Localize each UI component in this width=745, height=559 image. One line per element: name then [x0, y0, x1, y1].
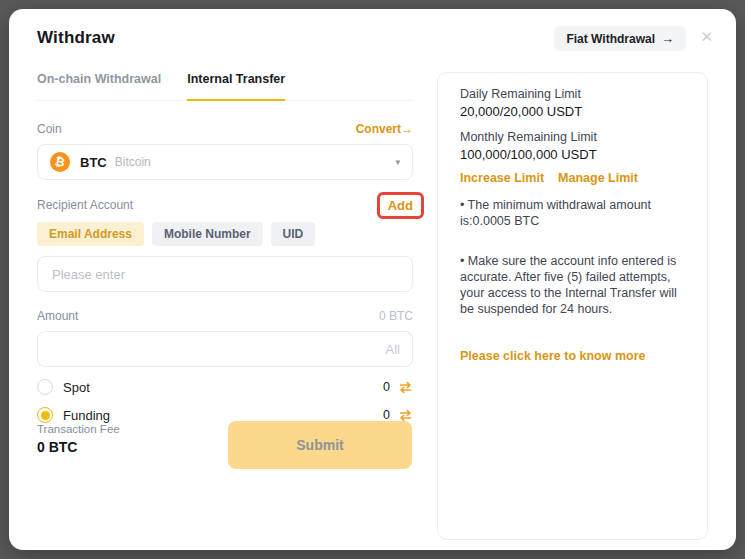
btc-icon: ₿ [50, 152, 70, 172]
daily-limit-value: 20,000/20,000 USDT [460, 104, 685, 120]
monthly-limit-label: Monthly Remaining Limit [460, 129, 685, 145]
add-recipient-link[interactable]: Add [388, 198, 413, 213]
spot-account-row: Spot 0 [37, 379, 413, 395]
daily-limit-label: Daily Remaining Limit [460, 86, 685, 102]
funding-radio[interactable] [37, 407, 53, 423]
recipient-input-wrapper [37, 256, 413, 292]
coin-label: Coin [37, 122, 62, 136]
coin-symbol: BTC [80, 155, 107, 170]
note-minimum-withdrawal: • The minimum withdrawal amount is:0.000… [460, 197, 685, 229]
page-title: Withdraw [37, 28, 115, 48]
convert-link[interactable]: Convert→ [356, 122, 413, 136]
recipient-type-tabs: Email Address Mobile Number UID [37, 222, 413, 246]
tab-internal-transfer[interactable]: Internal Transfer [187, 72, 285, 101]
withdraw-dialog: Withdraw Fiat Withdrawal → ✕ On-chain Wi… [9, 9, 736, 550]
coin-name: Bitcoin [115, 155, 151, 169]
coin-select[interactable]: ₿ BTC Bitcoin ▾ [37, 144, 413, 180]
funding-label: Funding [63, 408, 110, 423]
recipient-email-input[interactable] [50, 266, 400, 283]
transaction-fee-label: Transaction Fee [37, 423, 120, 435]
recipient-account-label: Recipient Account [37, 198, 133, 212]
funding-balance: 0 [383, 408, 390, 422]
manage-limit-link[interactable]: Manage Limit [558, 171, 638, 185]
amount-input-wrapper: All [37, 331, 413, 367]
note-account-accuracy: • Make sure the account info entered is … [460, 253, 685, 317]
amount-label: Amount [37, 309, 78, 323]
amount-all-button[interactable]: All [386, 342, 400, 357]
submit-button[interactable]: Submit [228, 421, 412, 469]
transaction-fee: Transaction Fee 0 BTC [37, 423, 120, 455]
limits-info-panel: Daily Remaining Limit 20,000/20,000 USDT… [437, 72, 708, 540]
tab-uid[interactable]: UID [271, 222, 316, 246]
know-more-link[interactable]: Please click here to know more [460, 349, 685, 363]
monthly-limit-value: 100,000/100,000 USDT [460, 147, 685, 163]
fiat-withdrawal-label: Fiat Withdrawal [566, 32, 655, 46]
amount-input[interactable] [50, 341, 386, 358]
withdrawal-type-tabs: On-chain Withdrawal Internal Transfer [37, 72, 413, 101]
transaction-fee-value: 0 BTC [37, 439, 120, 455]
spot-balance: 0 [383, 380, 390, 394]
tab-onchain-withdrawal[interactable]: On-chain Withdrawal [37, 72, 161, 100]
spot-radio[interactable] [37, 379, 53, 395]
increase-limit-link[interactable]: Increase Limit [460, 171, 544, 185]
annotation-highlight: Add [377, 192, 424, 219]
tab-email-address[interactable]: Email Address [37, 222, 144, 246]
tab-mobile-number[interactable]: Mobile Number [152, 222, 263, 246]
spot-label: Spot [63, 380, 90, 395]
transfer-icon[interactable] [398, 380, 413, 395]
available-balance: 0 BTC [379, 309, 413, 323]
arrow-right-icon: → [661, 31, 674, 46]
fiat-withdrawal-button[interactable]: Fiat Withdrawal → [554, 26, 686, 51]
chevron-down-icon: ▾ [395, 157, 400, 167]
withdraw-form: On-chain Withdrawal Internal Transfer Co… [37, 72, 413, 423]
close-icon[interactable]: ✕ [700, 29, 713, 44]
